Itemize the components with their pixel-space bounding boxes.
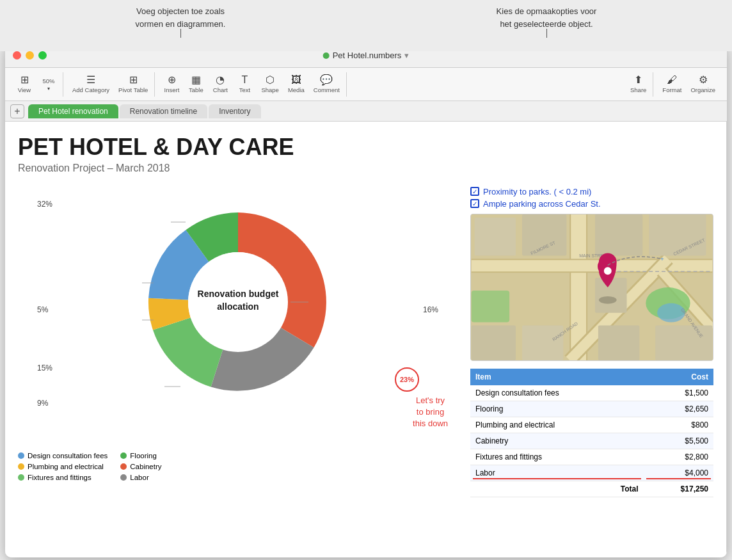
tooltip-left: Voeg objecten toe zoals vormen en diagra… [136,5,226,30]
shape-icon: ⬡ [266,75,274,85]
legend-col-right: Flooring Cabinetry Labor [120,452,161,481]
svg-rect-23 [522,325,563,360]
format-button[interactable]: 🖌 Format [658,73,685,95]
add-category-button[interactable]: ☰ Add Category [68,73,113,95]
comment-icon: 💬 [320,75,333,85]
shape-button[interactable]: ⬡ Shape [257,73,282,95]
main-layout: 32% 5% 15% 9% 16% [18,187,713,497]
donut-chart-svg[interactable]: Renovation budget allocation [110,187,366,417]
text-button[interactable]: T Text [233,73,256,95]
cell-cost: $5,500 [644,433,713,449]
legend-dot-cabinetry [120,463,127,470]
total-value: $17,250 [644,481,713,497]
tabbar: + Pet Hotel renovation Renovation timeli… [5,101,727,122]
chart-center-subtitle: allocation [217,301,259,312]
zoom-chevron-icon: ▾ [47,86,50,92]
legend-dot-plumbing [18,463,24,470]
insert-button[interactable]: ⊕ Insert [160,73,183,95]
zoom-button[interactable]: 50% ▾ [37,76,60,93]
add-tab-button[interactable]: + [10,104,24,118]
map-container[interactable]: FILMORE ST MAIN STREET CEDAR STREET RANC… [470,214,713,361]
svg-rect-19 [475,218,516,255]
chart-label-16: 16% [423,305,438,314]
legend-item-flooring: Flooring [120,452,161,460]
insert-icon: ⊕ [168,75,176,85]
window-title: Pet Hotel.numbers ▾ [323,51,410,60]
legend-item-labor: Labor [120,474,161,481]
right-panel: ✓ Proximity to parks. ( < 0.2 mi) ✓ Ampl… [470,187,713,497]
checkbox-2[interactable]: ✓ [470,199,479,208]
table-row: Fixtures and fittings$2,800 [470,449,713,465]
toolbar: ⊞ View 50% ▾ ☰ Add Category ⊞ Pivot Tabl… [5,68,727,101]
main-window: Pet Hotel.numbers ▾ ⊞ View 50% ▾ ☰ Add C… [5,44,727,557]
svg-rect-20 [595,214,642,255]
check-item-1: ✓ Proximity to parks. ( < 0.2 mi) [470,187,713,196]
data-table: Item Cost Design consultation fees$1,500… [470,369,713,497]
table-total-row: Total $17,250 [470,481,713,497]
map-svg: FILMORE ST MAIN STREET CEDAR STREET RANC… [471,214,713,360]
table-header-row: Item Cost [470,369,713,385]
circled-23-annotation: 23% [395,367,419,392]
media-button[interactable]: 🖼 Media [284,73,308,95]
legend-col-left: Design consultation fees Plumbing and el… [18,452,107,481]
media-icon: 🖼 [291,75,301,85]
minimize-button[interactable] [26,51,34,60]
toolbar-group-insert: ⊕ Insert ▦ Table ◔ Chart T Text ⬡ Shape … [157,72,347,97]
chart-label-15: 15% [37,364,52,372]
svg-rect-17 [472,291,509,323]
toolbar-group-category: ☰ Add Category ⊞ Pivot Table [66,72,155,97]
file-icon [323,52,330,59]
toolbar-group-view: ⊞ View 50% ▾ [10,72,63,97]
cell-cost: $2,650 [644,401,713,417]
svg-rect-10 [472,260,713,271]
svg-point-33 [599,296,617,303]
close-button[interactable] [13,51,21,60]
sheet-subtitle: Renovation Project – March 2018 [18,163,713,174]
share-icon: ⬆ [634,75,642,85]
legend-item-fixtures: Fixtures and fittings [18,474,107,481]
svg-point-34 [604,267,612,275]
cell-item: Fixtures and fittings [470,449,644,465]
sheet-title: PET HOTEL & DAY CARE [18,134,713,160]
content-area: PET HOTEL & DAY CARE Renovation Project … [5,122,727,557]
maximize-button[interactable] [38,51,47,60]
view-icon: ⊞ [20,75,29,85]
cell-cost: $1,500 [644,385,713,401]
window-controls [5,51,47,60]
legend-item-plumbing: Plumbing and electrical [18,463,107,470]
cell-item: Labor [470,465,644,481]
share-button[interactable]: ⬆ Share [626,73,650,95]
chart-icon: ◔ [216,75,225,85]
svg-rect-24 [598,325,639,360]
tab-pet-hotel-renovation[interactable]: Pet Hotel renovation [28,104,118,118]
svg-point-27 [657,303,685,322]
checkbox-1[interactable]: ✓ [470,187,479,196]
pivot-table-icon: ⊞ [129,75,138,85]
pivot-table-button[interactable]: ⊞ Pivot Table [115,73,152,95]
legend-dot-labor [120,474,127,481]
table-row: Labor$4,000 [470,465,713,481]
cell-cost: $4,000 [644,465,713,481]
tooltip-area: Voeg objecten toe zoals vormen en diagra… [0,0,732,51]
chart-button[interactable]: ◔ Chart [209,73,232,95]
total-label: Total [470,481,644,497]
chart-label-32: 32% [37,200,52,209]
view-button[interactable]: ⊞ View [13,73,36,95]
tab-renovation-timeline[interactable]: Renovation timeline [120,104,207,118]
chart-center-title: Renovation budget [197,289,278,299]
title-chevron-icon[interactable]: ▾ [404,51,409,60]
check-item-2: ✓ Ample parking across Cedar St. [470,199,713,209]
chart-label-9: 9% [37,399,48,408]
legend-dot-fixtures [18,474,24,481]
legend-dot-design [18,452,24,459]
table-row: Cabinetry$5,500 [470,433,713,449]
legend-dot-flooring [120,452,127,459]
cell-cost: $800 [644,417,713,433]
table-button[interactable]: ▦ Table [184,73,207,95]
toolbar-group-format: 🖌 Format ⚙ Organize [656,72,722,97]
legend-item-design: Design consultation fees [18,452,107,460]
chart-container: 32% 5% 15% 9% 16% [18,187,458,443]
organize-button[interactable]: ⚙ Organize [687,73,719,95]
tab-inventory[interactable]: Inventory [209,104,260,118]
comment-button[interactable]: 💬 Comment [310,73,344,95]
